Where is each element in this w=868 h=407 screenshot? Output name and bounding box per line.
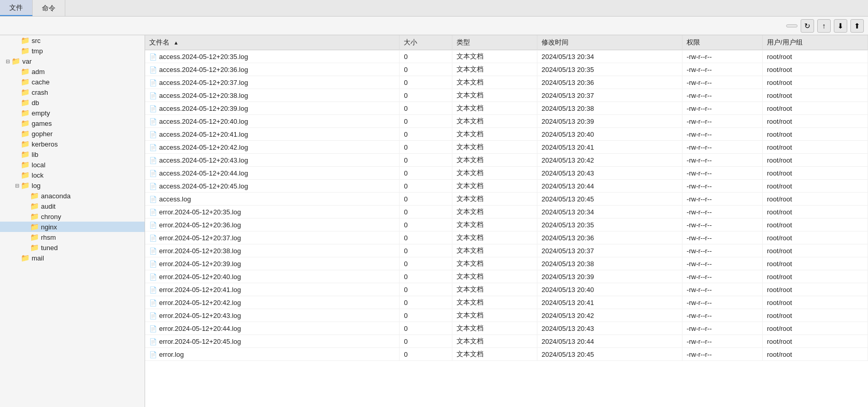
sidebar-item-lib[interactable]: 📁lib bbox=[0, 149, 145, 159]
sidebar-item-crash[interactable]: 📁crash bbox=[0, 87, 145, 97]
table-row[interactable]: 📄error.2024-05-12+20:38.log0文本文档2024/05/… bbox=[145, 244, 868, 257]
file-name-cell: 📄access.2024-05-12+20:41.log bbox=[145, 128, 400, 141]
history-button[interactable] bbox=[786, 24, 798, 27]
file-size-cell: 0 bbox=[400, 309, 452, 322]
col-modified[interactable]: 修改时间 bbox=[537, 35, 682, 50]
file-owner-cell: root/root bbox=[763, 167, 868, 180]
file-name-cell: 📄error.2024-05-12+20:35.log bbox=[145, 206, 400, 219]
table-row[interactable]: 📄access.2024-05-12+20:37.log0文本文档2024/05… bbox=[145, 76, 868, 89]
sidebar-item-label: adm bbox=[32, 68, 45, 76]
sidebar-item-var[interactable]: ⊟📁var bbox=[0, 56, 145, 66]
table-row[interactable]: 📄error.2024-05-12+20:39.log0文本文档2024/05/… bbox=[145, 257, 868, 270]
table-row[interactable]: 📄error.2024-05-12+20:42.log0文本文档2024/05/… bbox=[145, 296, 868, 309]
file-size-cell: 0 bbox=[400, 115, 452, 128]
table-row[interactable]: 📄error.2024-05-12+20:37.log0文本文档2024/05/… bbox=[145, 231, 868, 244]
file-name: access.2024-05-12+20:41.log bbox=[159, 130, 248, 138]
sidebar-item-src[interactable]: 📁src bbox=[0, 35, 145, 46]
sidebar-item-log[interactable]: ⊟📁log bbox=[0, 180, 145, 191]
table-row[interactable]: 📄access.2024-05-12+20:44.log0文本文档2024/05… bbox=[145, 167, 868, 180]
table-row[interactable]: 📄error.2024-05-12+20:36.log0文本文档2024/05/… bbox=[145, 219, 868, 231]
file-permissions-cell: -rw-r--r-- bbox=[682, 154, 763, 167]
sidebar-item-tuned[interactable]: 📁tuned bbox=[0, 242, 145, 253]
table-row[interactable]: 📄access.2024-05-12+20:35.log0文本文档2024/05… bbox=[145, 50, 868, 63]
file-name-cell: 📄access.2024-05-12+20:45.log bbox=[145, 180, 400, 193]
table-row[interactable]: 📄error.2024-05-12+20:44.log0文本文档2024/05/… bbox=[145, 322, 868, 335]
folder-icon-db: 📁 bbox=[21, 98, 30, 107]
file-type-cell: 文本文档 bbox=[452, 296, 537, 309]
upload-button[interactable]: ⬆ bbox=[850, 19, 864, 33]
file-permissions-cell: -rw-r--r-- bbox=[682, 244, 763, 257]
file-type-cell: 文本文档 bbox=[452, 309, 537, 322]
menu-file[interactable]: 文件 bbox=[0, 0, 33, 16]
file-name: error.2024-05-12+20:36.log bbox=[159, 221, 241, 229]
file-icon: 📄 bbox=[149, 157, 157, 164]
file-modified-cell: 2024/05/13 20:42 bbox=[537, 309, 682, 322]
sidebar-item-kerberos[interactable]: 📁kerberos bbox=[0, 139, 145, 149]
col-owner[interactable]: 用户/用户组 bbox=[763, 35, 868, 50]
sidebar-item-adm[interactable]: 📁adm bbox=[0, 66, 145, 77]
file-name-cell: 📄error.2024-05-12+20:39.log bbox=[145, 257, 400, 270]
table-row[interactable]: 📄access.2024-05-12+20:43.log0文本文档2024/05… bbox=[145, 154, 868, 167]
file-owner-cell: root/root bbox=[763, 193, 868, 206]
table-row[interactable]: 📄access.2024-05-12+20:40.log0文本文档2024/05… bbox=[145, 115, 868, 128]
table-row[interactable]: 📄access.2024-05-12+20:41.log0文本文档2024/05… bbox=[145, 128, 868, 141]
file-owner-cell: root/root bbox=[763, 219, 868, 231]
sidebar-item-nginx[interactable]: 📁nginx bbox=[0, 222, 145, 232]
sidebar-item-cache[interactable]: 📁cache bbox=[0, 77, 145, 87]
refresh-button[interactable]: ↻ bbox=[801, 19, 814, 33]
file-size-cell: 0 bbox=[400, 231, 452, 244]
file-size-cell: 0 bbox=[400, 141, 452, 154]
col-name[interactable]: 文件名 ▲ bbox=[145, 35, 400, 50]
col-type[interactable]: 类型 bbox=[452, 35, 537, 50]
menu-bar: 文件 命令 bbox=[0, 0, 868, 17]
file-modified-cell: 2024/05/13 20:44 bbox=[537, 180, 682, 193]
file-icon: 📄 bbox=[149, 131, 157, 138]
sidebar-item-db[interactable]: 📁db bbox=[0, 97, 145, 108]
table-row[interactable]: 📄error.log0文本文档2024/05/13 20:45-rw-r--r-… bbox=[145, 348, 868, 361]
menu-command[interactable]: 命令 bbox=[33, 0, 65, 16]
file-type-cell: 文本文档 bbox=[452, 89, 537, 102]
file-permissions-cell: -rw-r--r-- bbox=[682, 89, 763, 102]
folder-icon-games: 📁 bbox=[21, 119, 30, 127]
sidebar-item-lock[interactable]: 📁lock bbox=[0, 170, 145, 180]
file-name-cell: 📄error.2024-05-12+20:36.log bbox=[145, 219, 400, 231]
sidebar-item-mail[interactable]: 📁mail bbox=[0, 253, 145, 263]
up-button[interactable]: ↑ bbox=[817, 19, 831, 33]
table-row[interactable]: 📄error.2024-05-12+20:43.log0文本文档2024/05/… bbox=[145, 309, 868, 322]
file-size-cell: 0 bbox=[400, 50, 452, 63]
table-row[interactable]: 📄access.2024-05-12+20:39.log0文本文档2024/05… bbox=[145, 102, 868, 115]
file-table: 文件名 ▲ 大小 类型 修改时间 权限 用户/用户组 📄access.2024-… bbox=[145, 35, 868, 361]
table-row[interactable]: 📄access.2024-05-12+20:42.log0文本文档2024/05… bbox=[145, 141, 868, 154]
sidebar-item-label: kerberos bbox=[32, 140, 58, 148]
sidebar-item-label: gopher bbox=[32, 130, 52, 138]
folder-icon-chrony: 📁 bbox=[30, 212, 39, 221]
table-row[interactable]: 📄access.2024-05-12+20:45.log0文本文档2024/05… bbox=[145, 180, 868, 193]
sidebar-item-tmp[interactable]: 📁tmp bbox=[0, 46, 145, 56]
sidebar-item-chrony[interactable]: 📁chrony bbox=[0, 211, 145, 222]
file-icon: 📄 bbox=[149, 66, 157, 74]
file-size-cell: 0 bbox=[400, 102, 452, 115]
col-permissions[interactable]: 权限 bbox=[682, 35, 763, 50]
sidebar-item-games[interactable]: 📁games bbox=[0, 118, 145, 128]
table-row[interactable]: 📄error.2024-05-12+20:41.log0文本文档2024/05/… bbox=[145, 283, 868, 296]
table-row[interactable]: 📄error.2024-05-12+20:40.log0文本文档2024/05/… bbox=[145, 270, 868, 283]
sidebar-item-empty[interactable]: 📁empty bbox=[0, 108, 145, 118]
sidebar-item-label: mail bbox=[32, 254, 44, 262]
table-row[interactable]: 📄error.2024-05-12+20:35.log0文本文档2024/05/… bbox=[145, 206, 868, 219]
download-button[interactable]: ⬇ bbox=[834, 19, 847, 33]
sidebar-item-anaconda[interactable]: 📁anaconda bbox=[0, 191, 145, 201]
file-name: access.2024-05-12+20:40.log bbox=[159, 118, 248, 125]
folder-icon-anaconda: 📁 bbox=[30, 192, 39, 200]
sidebar-item-rhsm[interactable]: 📁rhsm bbox=[0, 232, 145, 242]
table-row[interactable]: 📄access.2024-05-12+20:36.log0文本文档2024/05… bbox=[145, 63, 868, 76]
table-row[interactable]: 📄error.2024-05-12+20:45.log0文本文档2024/05/… bbox=[145, 335, 868, 348]
col-size[interactable]: 大小 bbox=[400, 35, 452, 50]
file-icon: 📄 bbox=[149, 260, 157, 268]
table-row[interactable]: 📄access.2024-05-12+20:38.log0文本文档2024/05… bbox=[145, 89, 868, 102]
sidebar-item-gopher[interactable]: 📁gopher bbox=[0, 128, 145, 139]
file-icon: 📄 bbox=[149, 286, 157, 294]
sidebar-item-local[interactable]: 📁local bbox=[0, 159, 145, 170]
file-name-cell: 📄error.2024-05-12+20:43.log bbox=[145, 309, 400, 322]
sidebar-item-audit[interactable]: 📁audit bbox=[0, 201, 145, 211]
table-row[interactable]: 📄access.log0文本文档2024/05/13 20:45-rw-r--r… bbox=[145, 193, 868, 206]
